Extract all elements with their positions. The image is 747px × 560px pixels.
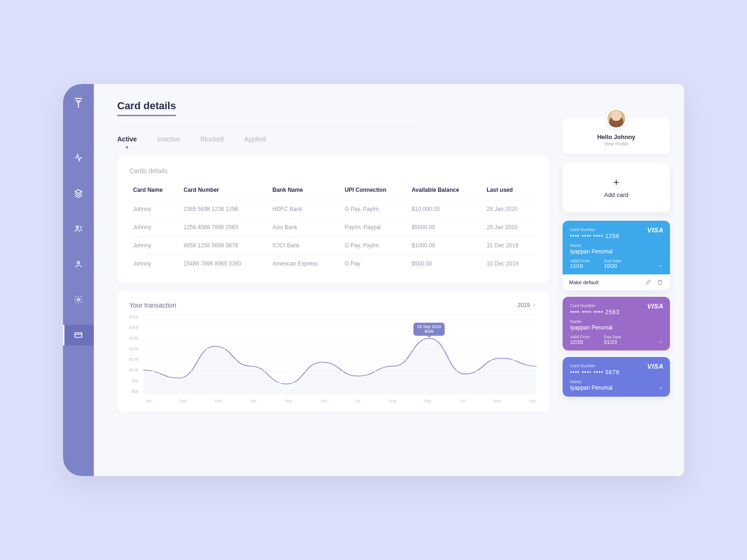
main-area: Card details Active Inactive Blocked App… [94,84,684,476]
table-row[interactable]: Johnny8659 1258 5698 5678ICICI BankG Pay… [129,237,536,255]
table-header: Card Number [180,182,268,200]
chevron-down-icon[interactable] [658,339,663,345]
transaction-chart-panel: Your transaction 2019 $40k$30k$25k$20k$1… [117,291,549,412]
svg-rect-3 [75,333,82,337]
nav-users[interactable] [63,218,94,239]
right-column: Hello Johnny View Profile + Add card VIS… [563,100,670,476]
table-header: Bank Name [269,182,341,200]
profile-greeting: Hello Johnny [570,133,662,140]
table-row[interactable]: Johnny15488 7896 8965 0260American Expre… [129,255,536,273]
edit-icon[interactable] [645,279,651,286]
year-label: 2019 [517,302,530,308]
svg-point-0 [76,226,78,228]
chevron-down-icon [532,303,536,308]
content-column: Card details Active Inactive Blocked App… [117,100,549,476]
plus-icon: + [570,176,662,189]
table-title: Cards details [129,167,536,175]
status-tabs: Active Inactive Blocked Applied [117,135,549,147]
svg-point-1 [78,261,80,264]
cards-table: Card NameCard NumberBank NameUPI Connect… [129,182,536,273]
nav-cards[interactable] [63,325,94,345]
nav-layers[interactable] [63,183,94,203]
profile-card: Hello Johnny View Profile [563,118,670,154]
trash-icon[interactable] [657,279,663,286]
add-card-label: Add card [570,191,662,198]
page-title: Card details [117,100,176,116]
table-header: Last used [483,182,536,200]
tab-inactive[interactable]: Inactive [157,135,180,147]
table-row[interactable]: Johnny1256 4569 7896 2563Axis BankPaytm,… [129,218,536,237]
nav-user[interactable] [63,254,94,274]
tab-applied[interactable]: Applied [244,135,266,147]
add-card-button[interactable]: + Add card [563,162,670,212]
view-profile-link[interactable]: View Profile [570,141,662,147]
chevron-down-icon[interactable] [658,263,663,269]
credit-card[interactable]: VISA Card Number •••• •••• •••• 1256 Nam… [563,221,670,290]
chart-plot: 28 Sep 2019 $28k JanFebMarAprMayJunJulAu… [143,315,536,403]
tab-blocked[interactable]: Blocked [200,135,224,147]
chart-y-axis: $40k$30k$25k$20k$15k$10k$5k$0k [129,315,139,394]
table-header: Available Balance [408,182,483,200]
table-header: UPI Connection [341,182,408,200]
credit-card[interactable]: VISA Card Number •••• •••• •••• 2563 Nam… [563,297,670,350]
nav-settings[interactable] [63,289,94,310]
nav-activity[interactable] [63,147,94,168]
credit-card[interactable]: VISA Card Number •••• •••• •••• 5678 Nam… [563,357,670,397]
cards-table-panel: Cards details Card NameCard NumberBank N… [117,157,549,283]
make-default-link[interactable]: Make default [569,280,599,285]
divider [117,126,419,127]
app-logo-icon [73,97,84,109]
chart-title: Your transaction [129,301,176,309]
svg-point-2 [78,299,80,301]
table-header: Card Name [129,182,180,200]
tab-active[interactable]: Active [117,135,137,147]
table-row[interactable]: Johnny2365 5698 1236 1256HDFC BankG Pay,… [129,200,536,218]
sidebar [63,84,94,476]
chart-x-axis: JanFebMarAprMayJunJulAugSepOctNovDec [143,399,536,403]
chevron-down-icon[interactable] [658,385,663,391]
chart-tooltip: 28 Sep 2019 $28k [414,322,445,336]
year-picker[interactable]: 2019 [517,302,536,308]
app-frame: Card details Active Inactive Blocked App… [63,84,684,476]
avatar[interactable] [606,108,627,129]
